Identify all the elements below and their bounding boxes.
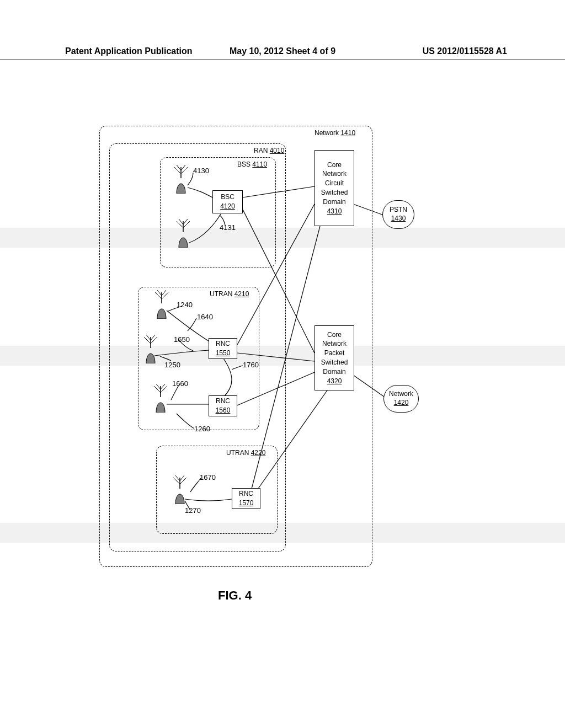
box-rnc2: RNC1560	[209, 395, 237, 416]
antenna-icon	[173, 217, 193, 248]
svg-line-9	[183, 221, 190, 228]
header-right: US 2012/0115528 A1	[423, 46, 507, 56]
svg-line-14	[162, 292, 168, 299]
box-bsc: BSC4120	[212, 190, 243, 213]
antenna-icon	[141, 333, 161, 363]
container-utran2-label: UTRAN 4220	[226, 449, 265, 457]
svg-line-18	[144, 337, 151, 344]
antenna-icon	[171, 163, 191, 194]
box-core-cs: Core Network Circuit Switched Domain 431…	[315, 150, 354, 226]
page-header: Patent Application Publication May 10, 2…	[0, 46, 565, 56]
antenna-icon	[152, 288, 172, 319]
header-left: Patent Application Publication	[65, 46, 193, 56]
svg-line-19	[151, 337, 157, 344]
box-rnc1: RNC1550	[209, 338, 237, 359]
annotation: 1260	[194, 425, 210, 433]
annotation: 1270	[185, 506, 201, 515]
figure-caption: FIG. 4	[218, 588, 252, 603]
external-pstn: PSTN1430	[382, 200, 414, 229]
annotation: 1240	[177, 301, 193, 309]
header-center: May 10, 2012 Sheet 4 of 9	[230, 46, 335, 56]
annotation: 1640	[197, 313, 213, 321]
page: Patent Application Publication May 10, 2…	[0, 0, 565, 728]
annotation: 1650	[174, 335, 190, 344]
svg-line-13	[155, 292, 162, 299]
annotation: 4130	[193, 167, 209, 175]
svg-line-8	[177, 221, 183, 228]
svg-line-3	[174, 167, 181, 174]
annotation: 1250	[164, 361, 180, 369]
svg-line-28	[173, 478, 180, 484]
container-network-label: Network 1410	[315, 129, 355, 137]
svg-line-24	[161, 386, 167, 393]
box-rnc3: RNC1570	[232, 488, 260, 509]
svg-line-29	[180, 478, 186, 484]
container-bss-label: BSS 4110	[237, 160, 267, 168]
svg-line-23	[154, 386, 161, 393]
antenna-icon	[151, 382, 170, 413]
container-ran-label: RAN 4010	[254, 147, 284, 154]
annotation: 4131	[220, 223, 236, 232]
annotation: 1760	[243, 361, 259, 369]
annotation: 1670	[200, 473, 216, 481]
antenna-icon	[170, 473, 190, 504]
container-utran1-label: UTRAN 4210	[210, 290, 249, 298]
annotation: 1660	[172, 379, 188, 388]
box-core-ps: Core Network Packet Switched Domain 4320	[315, 325, 354, 390]
external-network: Network1420	[383, 385, 419, 413]
svg-line-4	[181, 167, 188, 174]
header-rule	[0, 60, 565, 60]
